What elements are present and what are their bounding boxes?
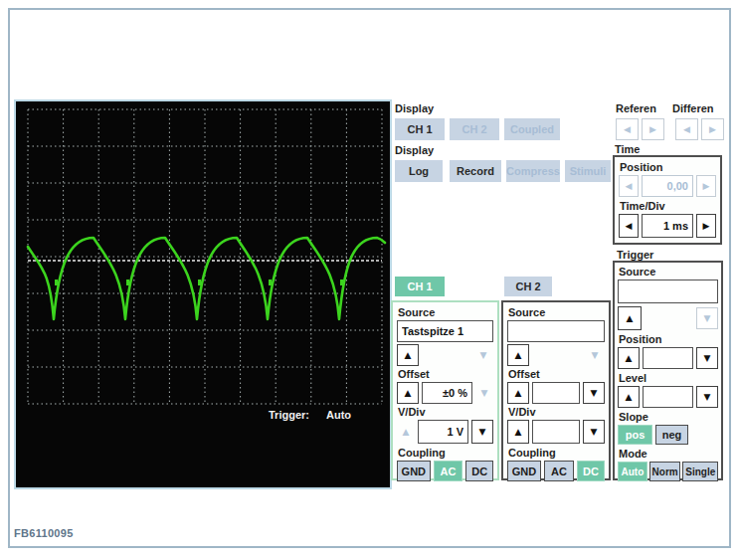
difference-prev-button[interactable]: ◀ — [675, 118, 698, 140]
ch1-source-up-button[interactable]: ▲ — [397, 344, 419, 366]
ch2-coupling-ac-button[interactable]: AC — [544, 461, 574, 481]
trigger-position-label: Position — [619, 333, 718, 346]
trigger-slope-neg-button[interactable]: neg — [655, 425, 688, 445]
down-arrow-icon: ▼ — [704, 314, 711, 323]
trigger-level-decrease-button[interactable]: ▼ — [696, 386, 718, 408]
ch2-select-button[interactable]: CH 2 — [504, 277, 552, 296]
ch1-vdiv-increase-button[interactable]: ▲ — [397, 422, 415, 442]
time-div-field[interactable] — [642, 214, 693, 238]
ch1-vdiv-field[interactable] — [418, 420, 468, 444]
figure-label: FB6110095 — [14, 527, 74, 539]
time-position-increase-button[interactable]: ▶ — [696, 175, 716, 197]
trigger-source-down-button[interactable]: ▼ — [696, 307, 718, 329]
reference-label: Referen — [616, 102, 656, 114]
time-div-increase-button[interactable]: ▶ — [696, 214, 716, 238]
ch1-select-button[interactable]: CH 1 — [395, 277, 445, 296]
up-arrow-icon: ▲ — [515, 428, 522, 437]
right-arrow-icon: ▶ — [703, 222, 710, 231]
up-arrow-icon: ▲ — [626, 393, 633, 402]
trigger-slope-pos-button[interactable]: pos — [618, 425, 652, 445]
ch1-vdiv-label: V/Div — [398, 406, 493, 419]
right-arrow-icon: ▶ — [709, 125, 716, 134]
time-panel: Position ◀ ▶ Time/Div ◀ ▶ — [613, 155, 722, 245]
right-arrow-icon: ▶ — [703, 182, 710, 191]
ch1-coupling-gnd-button[interactable]: GND — [397, 461, 431, 481]
ch2-vdiv-label: V/Div — [508, 406, 605, 419]
ch1-vdiv-decrease-button[interactable]: ▼ — [471, 420, 493, 444]
ch1-coupling-dc-button[interactable]: DC — [465, 461, 493, 481]
down-arrow-icon: ▼ — [480, 351, 487, 360]
ch1-offset-decrease-button[interactable]: ▼ — [475, 383, 493, 403]
reference-prev-button[interactable]: ◀ — [616, 118, 639, 140]
trigger-label: Trigger — [617, 249, 653, 261]
trigger-mode-norm-button[interactable]: Norm — [649, 462, 681, 481]
ch1-offset-increase-button[interactable]: ▲ — [397, 382, 419, 404]
left-arrow-icon: ◀ — [626, 222, 633, 231]
ch1-source-field[interactable] — [397, 320, 493, 342]
display-coupled-button[interactable]: Coupled — [504, 118, 560, 140]
display-ch1-button[interactable]: CH 1 — [395, 118, 445, 140]
trigger-position-decrease-button[interactable]: ▼ — [696, 347, 718, 369]
scope-screen: Trigger: Auto — [14, 99, 392, 489]
trigger-status-label: Trigger: — [269, 409, 309, 421]
trigger-mode-single-button[interactable]: Single — [682, 462, 718, 481]
trigger-level-field[interactable] — [643, 386, 693, 408]
ch2-source-field[interactable] — [507, 320, 605, 342]
ch1-panel: Source ▲ ▼ Offset ▲ ▼ V/Div ▲ ▼ Coupling… — [391, 300, 499, 480]
time-label: Time — [615, 143, 640, 155]
ch2-source-down-button[interactable]: ▼ — [585, 345, 605, 365]
stimuli-button[interactable]: Stimuli — [565, 160, 611, 182]
ch2-offset-label: Offset — [508, 368, 605, 381]
up-arrow-icon: ▲ — [515, 389, 522, 398]
trigger-position-increase-button[interactable]: ▲ — [618, 347, 640, 369]
reference-next-button[interactable]: ▶ — [642, 118, 664, 140]
scope-waveform-canvas — [16, 101, 390, 487]
ch2-offset-decrease-button[interactable]: ▼ — [583, 382, 605, 404]
ch1-source-label: Source — [398, 306, 493, 319]
ch2-panel: Source ▲ ▼ Offset ▲ ▼ V/Div ▲ ▼ Coupling… — [501, 300, 611, 480]
time-div-decrease-button[interactable]: ◀ — [619, 214, 639, 238]
ch1-offset-label: Offset — [398, 368, 493, 381]
left-arrow-icon: ◀ — [683, 125, 690, 134]
up-arrow-icon: ▲ — [627, 314, 634, 323]
down-arrow-icon: ▼ — [591, 428, 598, 437]
trigger-position-field[interactable] — [643, 347, 693, 369]
down-arrow-icon: ▼ — [592, 351, 599, 360]
ch1-offset-field[interactable] — [422, 382, 472, 404]
down-arrow-icon: ▼ — [591, 389, 598, 398]
trigger-source-up-button[interactable]: ▲ — [618, 306, 642, 330]
ch2-coupling-gnd-button[interactable]: GND — [507, 461, 541, 481]
trigger-level-increase-button[interactable]: ▲ — [618, 386, 640, 408]
down-arrow-icon: ▼ — [704, 393, 711, 402]
trigger-slope-label: Slope — [619, 411, 718, 424]
up-arrow-icon: ▲ — [403, 428, 410, 437]
trigger-level-label: Level — [619, 372, 718, 385]
difference-next-button[interactable]: ▶ — [701, 118, 724, 140]
trigger-source-field[interactable] — [618, 280, 718, 303]
display-ch2-button[interactable]: CH 2 — [450, 118, 499, 140]
left-arrow-icon: ◀ — [626, 182, 633, 191]
ch2-offset-field[interactable] — [532, 382, 580, 404]
compress-button[interactable]: Compress — [506, 160, 560, 182]
log-button[interactable]: Log — [395, 160, 443, 182]
ch1-coupling-ac-button[interactable]: AC — [434, 461, 463, 481]
display-channels-label: Display — [395, 102, 434, 114]
left-arrow-icon: ◀ — [624, 125, 631, 134]
ch2-vdiv-increase-button[interactable]: ▲ — [507, 420, 529, 444]
ch2-vdiv-field[interactable] — [532, 420, 580, 444]
up-arrow-icon: ▲ — [515, 351, 522, 360]
trigger-source-label: Source — [619, 266, 718, 279]
ch2-coupling-label: Coupling — [508, 447, 605, 460]
time-position-decrease-button[interactable]: ◀ — [619, 175, 639, 197]
time-position-label: Position — [620, 161, 716, 174]
ch2-source-up-button[interactable]: ▲ — [507, 344, 529, 366]
ch1-source-down-button[interactable]: ▼ — [473, 345, 493, 365]
ch2-vdiv-decrease-button[interactable]: ▼ — [583, 420, 605, 444]
ch2-coupling-dc-button[interactable]: DC — [577, 461, 605, 481]
up-arrow-icon: ▲ — [405, 389, 412, 398]
ch2-offset-increase-button[interactable]: ▲ — [507, 382, 529, 404]
trigger-mode-auto-button[interactable]: Auto — [618, 462, 647, 481]
ch2-source-label: Source — [508, 306, 605, 319]
time-position-field[interactable] — [642, 175, 693, 197]
record-button[interactable]: Record — [450, 160, 501, 182]
